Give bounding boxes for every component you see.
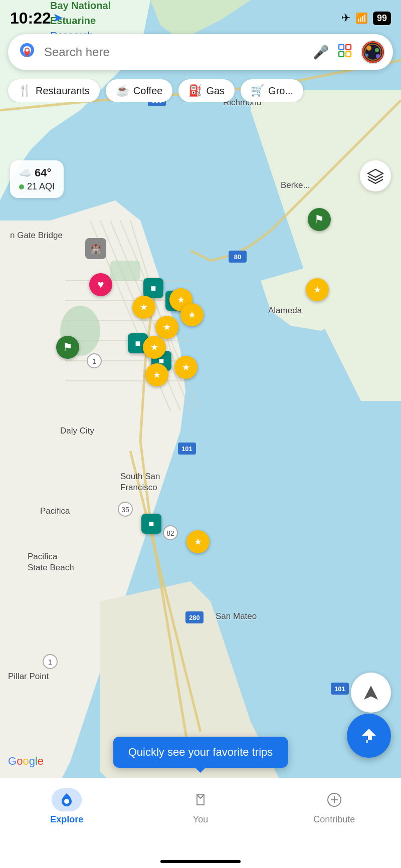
svg-text:1: 1 bbox=[48, 658, 52, 666]
layers-button[interactable] bbox=[360, 160, 391, 191]
nav-item-explore[interactable]: Explore bbox=[0, 788, 134, 825]
map-pin-teal-1[interactable]: ■ bbox=[143, 278, 163, 298]
map-pin-gold-5[interactable]: ★ bbox=[143, 336, 166, 359]
you-label: You bbox=[193, 814, 208, 825]
map-pin-flag-left[interactable]: ⚑ bbox=[56, 336, 79, 359]
svg-point-44 bbox=[375, 48, 379, 52]
status-bar: 10:22 ➤ ✈ 📶 99 bbox=[0, 0, 401, 30]
nav-item-contribute[interactable]: Contribute bbox=[267, 788, 401, 825]
pill-grocery[interactable]: 🛒 Gro... bbox=[241, 79, 303, 102]
restaurant-icon: 🍴 bbox=[18, 84, 32, 97]
weather-temp: ☁️ 64° bbox=[19, 166, 55, 179]
svg-point-35 bbox=[26, 49, 29, 52]
svg-point-43 bbox=[366, 46, 371, 51]
search-bar[interactable]: 🎤 bbox=[8, 34, 393, 70]
status-icons: ✈ 📶 99 bbox=[341, 12, 391, 25]
user-avatar[interactable] bbox=[361, 40, 385, 64]
pill-coffee[interactable]: ☕ Coffee bbox=[106, 79, 173, 102]
directions-fab[interactable] bbox=[347, 714, 391, 758]
explore-icon-wrap bbox=[52, 788, 82, 811]
home-bar bbox=[160, 860, 241, 863]
aqi-dot bbox=[19, 184, 24, 189]
pill-label: Gro... bbox=[268, 85, 293, 97]
map-pin-gold-4[interactable]: ★ bbox=[155, 316, 178, 339]
microphone-icon[interactable]: 🎤 bbox=[313, 45, 329, 60]
svg-point-46 bbox=[376, 54, 380, 58]
map-pin-gold-6[interactable]: ★ bbox=[174, 356, 197, 379]
tooltip-text: Quickly see your favorite trips bbox=[128, 746, 273, 758]
map-pin-flag-berkeley[interactable]: ⚑ bbox=[308, 208, 331, 231]
airplane-icon: ✈ bbox=[341, 12, 350, 25]
svg-text:80: 80 bbox=[234, 253, 241, 261]
svg-rect-13 bbox=[110, 261, 140, 281]
grocery-icon: 🛒 bbox=[251, 84, 264, 97]
search-input[interactable] bbox=[44, 45, 307, 59]
nav-item-you[interactable]: You bbox=[134, 788, 268, 825]
svg-point-48 bbox=[64, 799, 69, 804]
pill-label: Gas bbox=[206, 85, 225, 97]
pill-label: Coffee bbox=[133, 85, 163, 97]
battery-badge: 99 bbox=[373, 12, 391, 25]
svg-text:101: 101 bbox=[334, 685, 345, 693]
svg-text:82: 82 bbox=[166, 529, 174, 537]
explore-label: Explore bbox=[50, 814, 83, 825]
svg-rect-37 bbox=[346, 45, 351, 50]
camera-search-icon[interactable] bbox=[338, 44, 352, 61]
category-pills: 🍴 Restaurants ☕ Coffee ⛽ Gas 🛒 Gro... bbox=[0, 79, 401, 102]
svg-rect-39 bbox=[346, 52, 351, 57]
map-pin-fort[interactable]: 🏰 bbox=[85, 238, 106, 259]
map-pin-teal-5[interactable]: ■ bbox=[141, 514, 161, 534]
weather-widget[interactable]: ☁️ 64° 21 AQI bbox=[10, 160, 64, 198]
pill-label: Restaurants bbox=[36, 85, 90, 97]
time-text: 10:22 bbox=[10, 9, 51, 28]
map-pin-gold-1[interactable]: ★ bbox=[132, 296, 155, 319]
svg-point-45 bbox=[365, 54, 368, 57]
pill-restaurants[interactable]: 🍴 Restaurants bbox=[8, 79, 100, 102]
location-arrow-icon: ➤ bbox=[53, 12, 62, 25]
wifi-icon: 📶 bbox=[355, 12, 368, 24]
map-pin-gold-3[interactable]: ★ bbox=[180, 303, 204, 326]
navigate-button[interactable] bbox=[351, 673, 391, 713]
coffee-icon: ☕ bbox=[116, 84, 129, 97]
svg-rect-38 bbox=[339, 52, 344, 57]
weather-aqi: 21 AQI bbox=[19, 181, 55, 192]
map-pin-gold-7[interactable]: ★ bbox=[145, 363, 168, 386]
svg-rect-36 bbox=[339, 45, 344, 50]
status-time: 10:22 ➤ bbox=[10, 9, 62, 28]
pill-gas[interactable]: ⛽ Gas bbox=[178, 79, 235, 102]
svg-text:1: 1 bbox=[92, 357, 96, 365]
svg-text:101: 101 bbox=[181, 445, 192, 453]
gas-icon: ⛽ bbox=[188, 84, 202, 97]
map-pin-heart[interactable]: ♥ bbox=[89, 273, 112, 296]
contribute-label: Contribute bbox=[313, 814, 355, 825]
tooltip-bubble[interactable]: Quickly see your favorite trips bbox=[113, 737, 288, 768]
map-pin-gold-east[interactable]: ★ bbox=[306, 278, 329, 301]
google-logo: Google bbox=[8, 755, 44, 768]
temperature-value: 64° bbox=[35, 166, 51, 179]
aqi-value: 21 AQI bbox=[27, 181, 55, 192]
contribute-icon-wrap bbox=[319, 788, 349, 811]
bottom-nav: Explore You Contribute bbox=[0, 778, 401, 868]
search-icons: 🎤 bbox=[313, 40, 385, 64]
svg-marker-47 bbox=[368, 169, 383, 177]
you-icon-wrap bbox=[185, 788, 216, 811]
svg-text:280: 280 bbox=[189, 614, 200, 621]
map-pin-gold-south[interactable]: ★ bbox=[186, 530, 210, 553]
cloud-icon: ☁️ bbox=[19, 167, 32, 179]
google-maps-logo bbox=[16, 41, 38, 63]
svg-text:35: 35 bbox=[121, 506, 129, 514]
